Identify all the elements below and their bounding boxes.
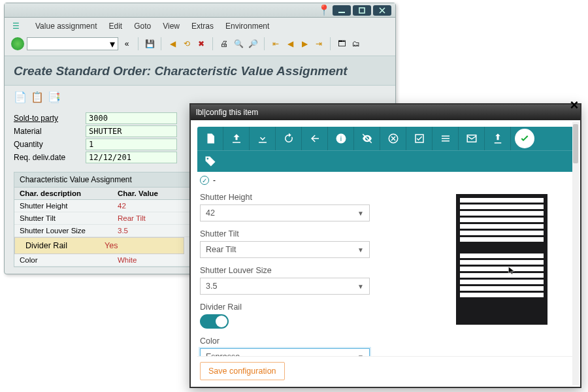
prev-page-icon[interactable]: ◀: [284, 38, 296, 50]
label-sold-to: Sold-to party: [14, 114, 86, 123]
menu-value-assignment[interactable]: Value assignment: [35, 22, 97, 31]
chevron-down-icon: ▼: [357, 246, 364, 253]
value-quantity[interactable]: 1: [86, 139, 177, 150]
save-configuration-button[interactable]: Save configuration: [200, 362, 285, 380]
upload-icon[interactable]: [223, 127, 250, 150]
last-page-icon[interactable]: ⇥: [313, 38, 325, 50]
pin-icon[interactable]: 📍: [318, 4, 331, 16]
new-icon[interactable]: [197, 127, 223, 150]
select-color[interactable]: Espresso▼: [200, 348, 370, 356]
mail-icon[interactable]: [459, 127, 485, 150]
chevron-down-icon: ▼: [357, 210, 364, 217]
cancel-round-icon[interactable]: [380, 127, 406, 150]
svg-point-6: [207, 158, 209, 160]
new-session-icon[interactable]: 🗔: [336, 38, 348, 50]
menu-app-icon[interactable]: ☰: [12, 22, 20, 31]
chevron-down-icon: ▼: [357, 283, 364, 290]
toggle-divider[interactable]: [200, 314, 229, 329]
value-material[interactable]: SHUTTER: [86, 125, 177, 137]
find-next-icon[interactable]: 🔎: [247, 38, 259, 50]
col-desc: Char. description: [14, 188, 112, 199]
confirm-ok-icon[interactable]: [515, 129, 534, 148]
label-tilt: Shutter Tilt: [200, 229, 421, 238]
label-divider: Divider Rail: [200, 302, 421, 312]
back-arrow-icon[interactable]: [302, 127, 328, 150]
first-page-icon[interactable]: ⇤: [270, 38, 282, 50]
close-button[interactable]: [373, 5, 391, 16]
select-louver[interactable]: 3.5▼: [200, 278, 370, 295]
value-reqdate[interactable]: 12/12/201: [86, 152, 177, 163]
svg-text:i: i: [340, 135, 341, 142]
save-icon[interactable]: 💾: [144, 38, 155, 50]
label-material: Material: [14, 127, 86, 136]
label-quantity: Quantity: [14, 140, 86, 149]
sap-titlebar: 📍: [5, 3, 395, 18]
enter-ok-icon[interactable]: [11, 37, 24, 50]
menu-environment[interactable]: Environment: [225, 22, 269, 31]
value-sold-to[interactable]: 3000: [86, 112, 177, 124]
back-icon[interactable]: ◀: [167, 38, 178, 50]
svg-rect-1: [359, 8, 365, 13]
status-ok-icon: ✓: [200, 176, 209, 185]
export-icon[interactable]: [485, 127, 511, 150]
sap-menu-bar: ☰ Value assignment Edit Goto View Extras…: [5, 18, 395, 35]
refresh-icon[interactable]: [276, 127, 302, 150]
tag-icon[interactable]: [197, 151, 223, 172]
menu-extras[interactable]: Extras: [191, 22, 214, 31]
exit-icon[interactable]: ⟲: [181, 38, 193, 50]
cancel-icon[interactable]: ✖: [195, 38, 207, 50]
scrollbar-thumb[interactable]: [573, 124, 578, 163]
menu-goto[interactable]: Goto: [134, 22, 151, 31]
product-preview: [430, 189, 574, 356]
label-louver: Shutter Louver Size: [200, 266, 421, 275]
status-text: -: [213, 176, 216, 185]
print-icon[interactable]: 🖨: [218, 38, 230, 50]
sap-toolbar: ▾ « 💾 ◀ ⟲ ✖ 🖨 🔍 🔎 ⇤ ◀ ▶ ⇥ 🗔 🗂: [5, 35, 395, 56]
config-dialog: × lbl|config this item i: [189, 103, 581, 388]
label-height: Shutter Height: [200, 193, 421, 202]
detail-icon[interactable]: 📑: [48, 91, 59, 103]
divider-rail-render: [460, 244, 544, 252]
select-tilt[interactable]: Rear Tilt▼: [200, 241, 370, 258]
checklist-icon[interactable]: [406, 127, 433, 150]
command-field[interactable]: ▾: [27, 37, 118, 50]
svg-rect-0: [338, 12, 345, 13]
cursor-icon: [507, 265, 516, 276]
config-form: Shutter Height 42▼ Shutter Tilt Rear Til…: [197, 189, 423, 356]
dialog-scrollbar[interactable]: [572, 122, 579, 385]
dialog-title: lbl|config this item: [191, 105, 580, 120]
layout-icon[interactable]: 🗂: [350, 38, 362, 50]
maximize-button[interactable]: [353, 5, 371, 16]
next-page-icon[interactable]: ▶: [299, 38, 310, 50]
config-toolbar: i: [197, 127, 574, 172]
history-back-icon[interactable]: «: [121, 38, 133, 50]
table-row[interactable]: Divider RailYes: [14, 237, 184, 254]
status-strip: ✓ -: [197, 172, 574, 189]
create-icon[interactable]: 📄: [14, 91, 25, 103]
list-icon[interactable]: [433, 127, 459, 150]
select-height[interactable]: 42▼: [200, 204, 370, 221]
label-reqdate: Req. deliv.date: [14, 153, 86, 162]
label-color: Color: [200, 336, 421, 346]
download-icon[interactable]: [250, 127, 276, 150]
page-title: Create Standard Order: Characteristic Va…: [5, 56, 395, 86]
minimize-button[interactable]: [333, 5, 351, 16]
find-icon[interactable]: 🔍: [233, 38, 244, 50]
visibility-icon[interactable]: [354, 127, 380, 150]
dialog-close-icon[interactable]: ×: [567, 97, 581, 111]
info-icon[interactable]: i: [328, 127, 354, 150]
menu-edit[interactable]: Edit: [109, 22, 123, 31]
menu-view[interactable]: View: [163, 22, 180, 31]
shutter-render: [456, 194, 547, 325]
copy-icon[interactable]: 📋: [31, 91, 42, 103]
